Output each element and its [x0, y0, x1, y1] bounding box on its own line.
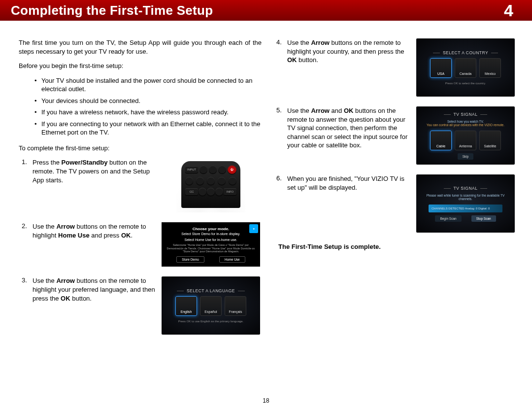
page-header: Completing the First-Time Setup 4 — [0, 0, 532, 21]
step-text: When you are finished, "Your VIZIO TV is… — [287, 174, 410, 192]
prerequisites-list: Your TV should be installed and the powe… — [34, 76, 262, 137]
store-demo-button: Store Demo — [176, 256, 204, 263]
step-text: Press the Power/Standby button on the re… — [33, 158, 156, 184]
page-number: 18 — [0, 397, 532, 404]
step-5: Use the Arrow and OK buttons on the remo… — [273, 106, 516, 165]
page-content: The first time you turn on the TV, the S… — [0, 21, 532, 349]
signal-satellite: Satellite — [479, 131, 501, 150]
step-2: Use the Arrow buttons on the remote to h… — [19, 222, 262, 267]
remote-cc-button: CC — [185, 188, 198, 195]
page-title: Completing the First-Time Setup — [11, 3, 213, 18]
country-canada: Canada — [455, 58, 476, 78]
signal-antenna: Antenna — [455, 131, 476, 150]
complete-label: To complete the first-time setup: — [19, 144, 262, 153]
column-left: The first time you turn on the TV, the S… — [19, 38, 262, 344]
prereq-item: Your TV should be installed and the powe… — [34, 76, 262, 94]
home-use-button: Home Use — [219, 256, 245, 263]
step-text: Use the Arrow buttons on the remote to h… — [33, 222, 156, 240]
intro-text: The first time you turn on the TV, the S… — [19, 38, 262, 56]
step-text: Use the Arrow buttons on the remote to h… — [287, 38, 410, 65]
energy-star-icon: ★ — [249, 224, 258, 233]
chapter-number: 4 — [504, 1, 513, 20]
figure-country: SELECT A COUNTRY USA Canada Mexico Press… — [416, 38, 515, 97]
figure-tv-signal-select: TV SIGNAL Select how you watch TV.You ca… — [416, 106, 515, 165]
step-4: Use the Arrow buttons on the remote to h… — [273, 38, 516, 97]
figure-language: SELECT A LANGUAGE English Español França… — [162, 276, 260, 335]
figure-mode: ★ Choose your mode. Select Store Demo fo… — [162, 222, 260, 267]
remote-info-button: INFO — [224, 188, 236, 195]
step-6: When you are finished, "Your VIZIO TV is… — [273, 174, 516, 233]
power-icon: ⏻ — [228, 165, 236, 174]
setup-complete-message: The First-Time Setup is complete. — [278, 242, 516, 251]
scan-progress-bar: CHANNELS DETECTED Analog: 0 Digital: 0 — [429, 205, 502, 212]
step-1: Press the Power/Standby button on the re… — [19, 158, 262, 212]
country-usa: USA — [430, 58, 452, 78]
steps-left: Press the Power/Standby button on the re… — [19, 158, 262, 335]
begin-scan-button: Begin Scan — [435, 215, 461, 222]
lang-french: Français — [225, 296, 246, 316]
before-label: Before you begin the first-time setup: — [19, 62, 262, 70]
remote-input-button: INPUT — [185, 166, 198, 173]
prereq-item: Your devices should be connected. — [34, 97, 262, 105]
prereq-item: If you have a wireless network, have the… — [34, 108, 262, 117]
prereq-item: If you are connecting to your network wi… — [34, 120, 262, 137]
skip-button: Skip — [458, 153, 474, 160]
country-mexico: Mexico — [479, 58, 501, 78]
steps-right: Use the Arrow buttons on the remote to h… — [273, 38, 516, 233]
figure-tv-signal-scan: TV SIGNAL Please wait while tuner is sca… — [416, 174, 515, 233]
figure-remote: INPUT ⏻ CC INFO — [162, 158, 260, 212]
lang-spanish: Español — [200, 296, 222, 316]
stop-scan-button: Stop Scan — [471, 215, 496, 222]
step-text: Use the Arrow buttons on the remote to h… — [33, 276, 156, 303]
column-right: Use the Arrow buttons on the remote to h… — [273, 38, 516, 344]
step-text: Use the Arrow and OK buttons on the remo… — [287, 106, 410, 150]
signal-cable: Cable — [430, 131, 452, 150]
lang-english: English — [175, 296, 197, 316]
step-3: Use the Arrow buttons on the remote to h… — [19, 276, 262, 335]
